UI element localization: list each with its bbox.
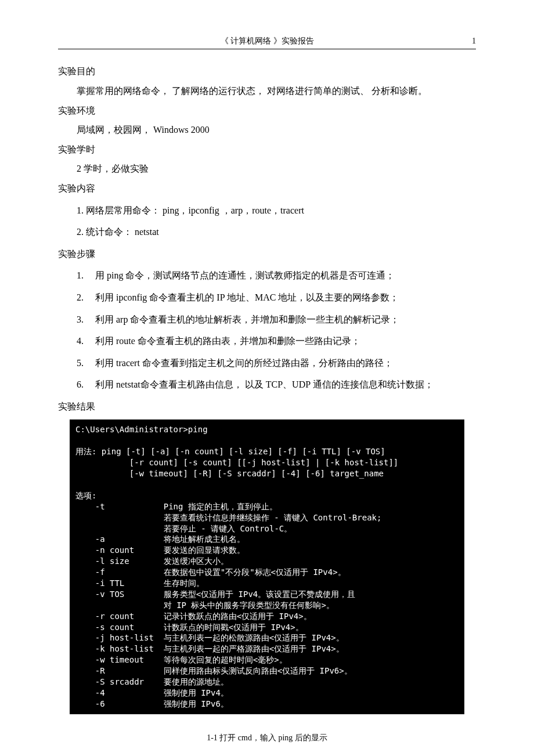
content-item-2: 2. 统计命令： netstat <box>77 225 476 240</box>
step-text: 用 ping 命令，测试网络节点的连通性，测试教师指定的机器是否可连通； <box>95 268 476 283</box>
step-text: 利用 tracert 命令查看到指定主机之间的所经过路由器，分析路由的路径； <box>95 356 476 371</box>
step-3: 3. 利用 arp 命令查看主机的地址解析表，并增加和删除一些主机的解析记录； <box>77 312 476 327</box>
step-text: 利用 route 命令查看主机的路由表，并增加和删除一些路由记录； <box>95 334 476 349</box>
step-text: 利用 arp 命令查看主机的地址解析表，并增加和删除一些主机的解析记录； <box>95 312 476 327</box>
step-number: 1. <box>77 268 95 283</box>
step-number: 2. <box>77 290 95 305</box>
section-hours-body: 2 学时，必做实验 <box>58 161 476 176</box>
page-header: 《 计算机网络 》实验报告 1 <box>58 35 476 48</box>
header-underline <box>58 49 476 49</box>
step-number: 3. <box>77 312 95 327</box>
step-text: 利用 ipconfig 命令查看主机的 IP 地址、MAC 地址，以及主要的网络… <box>95 290 476 305</box>
step-1: 1. 用 ping 命令，测试网络节点的连通性，测试教师指定的机器是否可连通； <box>77 268 476 283</box>
section-steps-heading: 实验步骤 <box>58 247 476 262</box>
page-number: 1 <box>472 35 476 48</box>
figure-caption: 1-1 打开 cmd，输入 ping 后的显示 <box>58 732 476 744</box>
section-purpose-body: 掌握常用的网络命令， 了解网络的运行状态， 对网络进行简单的测试、 分析和诊断。 <box>58 84 476 99</box>
step-5: 5. 利用 tracert 命令查看到指定主机之间的所经过路由器，分析路由的路径… <box>77 356 476 371</box>
step-number: 5. <box>77 356 95 371</box>
section-env-heading: 实验环境 <box>58 103 476 118</box>
step-2: 2. 利用 ipconfig 命令查看主机的 IP 地址、MAC 地址，以及主要… <box>77 290 476 305</box>
step-6: 6. 利用 netstat命令查看主机路由信息， 以及 TCP、UDP 通信的连… <box>77 377 476 392</box>
section-hours-heading: 实验学时 <box>58 142 476 157</box>
terminal-output: C:\Users\Administrator>ping 用法: ping [-t… <box>70 419 464 714</box>
step-text: 利用 netstat命令查看主机路由信息， 以及 TCP、UDP 通信的连接信息… <box>95 377 476 392</box>
content-item-1: 1. 网络层常用命令： ping，ipconfig ，arp，route，tra… <box>77 203 476 218</box>
step-4: 4. 利用 route 命令查看主机的路由表，并增加和删除一些路由记录； <box>77 334 476 349</box>
step-number: 6. <box>77 377 95 392</box>
step-number: 4. <box>77 334 95 349</box>
header-title: 《 计算机网络 》实验报告 <box>221 37 314 45</box>
section-env-body: 局域网，校园网， Windows 2000 <box>58 122 476 138</box>
section-content-heading: 实验内容 <box>58 181 476 196</box>
page: 《 计算机网络 》实验报告 1 实验目的 掌握常用的网络命令， 了解网络的运行状… <box>0 0 534 756</box>
section-purpose-heading: 实验目的 <box>58 64 476 79</box>
section-results-heading: 实验结果 <box>58 399 476 414</box>
